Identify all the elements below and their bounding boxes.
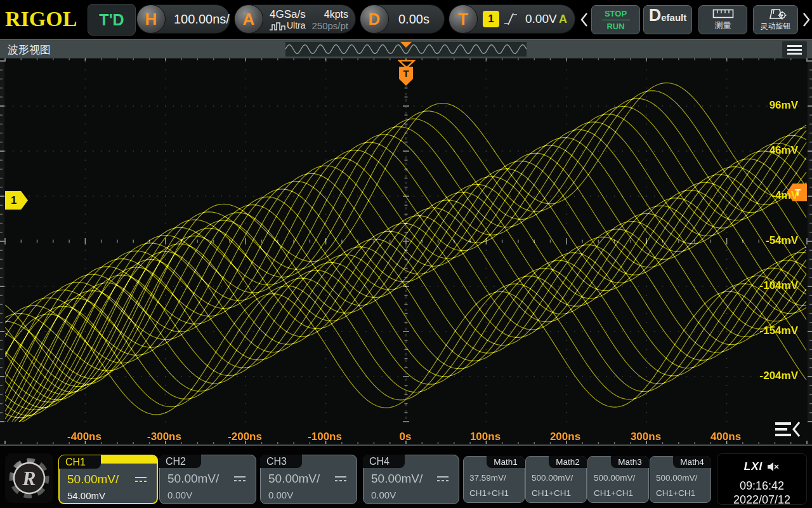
default-label-initial: D [649, 6, 662, 25]
ch4-scale: 50.00mV/ [371, 472, 422, 486]
y-axis-label: -104mV [741, 279, 798, 292]
delay-value: 0.00s [398, 5, 429, 33]
channel-box-ch4[interactable]: CH4 50.00mV/ 0.00V [363, 455, 459, 504]
measure-button[interactable]: 测量 [698, 5, 747, 34]
math4-expression: CH1+CH1 [656, 488, 695, 498]
ch2-coupling-icon [234, 476, 246, 482]
results-collapse-icon[interactable] [775, 421, 802, 440]
stop-run-button[interactable]: STOP RUN [591, 5, 640, 34]
scope-display: T 1 T 96mV 46mV -4mV -54mV -104mV -154mV… [0, 58, 812, 444]
y-axis-label: 96mV [741, 99, 798, 112]
ch1-offset: 54.00mV [67, 490, 105, 501]
math4-tab: Math4 [673, 456, 711, 468]
ch3-scale: 50.00mV/ [268, 472, 320, 486]
y-axis-label: -54mV [741, 234, 798, 247]
delay-knob-button[interactable]: D [360, 4, 389, 34]
acquire-mode-icon [269, 22, 285, 31]
channel-box-ch2[interactable]: CH2 50.00mV/ 0.00V [159, 455, 256, 504]
clock-date: 2022/07/12 [717, 493, 806, 507]
ch3-offset: 0.00V [268, 490, 293, 500]
x-axis-label: 400ns [697, 431, 754, 443]
measure-label: 测量 [715, 20, 731, 31]
stop-label: STOP [605, 9, 627, 18]
math3-tab: Math3 [611, 456, 649, 468]
acquire-mode-label: Ultra [287, 20, 306, 30]
top-toolbar: RIGOL T'D 100.00ns/ H 4GSa/s 4kpts Ultra… [0, 0, 812, 39]
acquisition-knob-button[interactable]: A [234, 4, 263, 34]
sample-rate: 4GSa/s [270, 8, 306, 21]
lxi-logo: LXI [744, 460, 763, 473]
waveform-view-bar: 波形视图 [0, 39, 812, 58]
sample-resolution: 250ps/pt [311, 20, 348, 31]
channel-box-ch1[interactable]: CH1 50.00mV/ 54.00mV [58, 455, 158, 504]
math-box-math2[interactable]: Math2 500.00mV/ CH1+CH1 [525, 456, 587, 503]
rigol-gear-logo[interactable]: R [5, 453, 53, 503]
x-axis-label: -300ns [136, 431, 193, 443]
svg-text:R: R [22, 467, 36, 490]
x-axis-label: -100ns [296, 431, 353, 443]
math2-scale: 500.00mV/ [532, 473, 573, 483]
bottom-bar: R CH1 50.00mV/ 54.00mV CH2 50.00mV/ 0.00… [0, 444, 812, 508]
math2-expression: CH1+CH1 [532, 488, 571, 498]
math3-scale: 500.00mV/ [594, 473, 635, 483]
math2-tab: Math2 [549, 456, 587, 468]
menu-icon[interactable] [782, 41, 807, 58]
trigger-status-badge: T'D [88, 4, 136, 36]
toolbar-scroll-left-icon[interactable] [580, 12, 589, 27]
flex-knob-label: 灵动旋钮 [761, 21, 791, 32]
math3-expression: CH1+CH1 [594, 488, 633, 498]
horizontal-scale-value: 100.00ns/ [174, 5, 230, 33]
x-axis-label: -400ns [56, 431, 113, 443]
trigger-knob-button[interactable]: T [449, 4, 478, 34]
ch1-scale: 50.00mV/ [67, 472, 119, 486]
stop-run-divider [602, 20, 630, 20]
trigger-edge-icon [503, 12, 518, 26]
default-button[interactable]: Default [643, 5, 692, 34]
x-axis-label: 300ns [617, 431, 674, 443]
ch1-coupling-icon [135, 477, 147, 483]
default-label-rest: efault [661, 12, 686, 23]
trigger-source-badge: 1 [483, 11, 499, 27]
run-label: RUN [606, 22, 624, 31]
math-box-math3[interactable]: Math3 500.00mV/ CH1+CH1 [587, 456, 649, 503]
x-axis-label: 200ns [537, 431, 594, 443]
y-axis-label: -204mV [741, 370, 798, 382]
preview-trigger-position-icon[interactable] [400, 42, 412, 48]
clock-time: 09:16:42 [717, 479, 806, 493]
memory-depth: 4kpts [324, 9, 348, 20]
ch2-scale: 50.00mV/ [167, 472, 219, 486]
y-axis-label: -4mV [741, 189, 798, 202]
status-clock-box[interactable]: LXI 09:16:42 2022/07/12 [717, 453, 807, 505]
y-axis-label: -154mV [741, 324, 798, 337]
ruler-icon [712, 9, 734, 18]
speaker-muted-icon [767, 462, 780, 472]
ch4-tab: CH4 [363, 455, 405, 468]
math1-expression: CH1+CH1 [469, 488, 509, 498]
toolbar-scroll-right-icon[interactable] [802, 12, 811, 27]
ch3-tab: CH3 [260, 455, 302, 468]
ch1-active-strip [100, 456, 157, 464]
horizontal-knob-button[interactable]: H [136, 4, 166, 34]
ch2-offset: 0.00V [167, 490, 192, 500]
x-axis-label: -200ns [216, 431, 273, 443]
trigger-level-value: 0.00V [525, 5, 557, 33]
x-axis-label: 0s [377, 431, 434, 443]
math1-scale: 37.59mV/ [469, 473, 506, 483]
math1-tab: Math1 [487, 456, 525, 468]
x-axis-label: 100ns [457, 431, 514, 443]
waveform-canvas[interactable] [0, 58, 812, 444]
math4-scale: 500.00mV/ [656, 473, 697, 483]
flex-knob-button[interactable]: 灵动旋钮 [753, 5, 798, 34]
trigger-sweep-mode: A [559, 5, 567, 33]
oscilloscope-screen: RIGOL T'D 100.00ns/ H 4GSa/s 4kpts Ultra… [0, 0, 812, 508]
rigol-logo: RIGOL [5, 7, 77, 31]
math-box-math4[interactable]: Math4 500.00mV/ CH1+CH1 [650, 456, 711, 503]
y-axis-label: 46mV [741, 144, 798, 157]
ch1-tab: CH1 [59, 455, 101, 469]
ch2-tab: CH2 [159, 455, 201, 468]
ch4-coupling-icon [437, 476, 449, 482]
ch4-offset: 0.00V [371, 490, 396, 500]
view-title: 波形视图 [8, 43, 51, 57]
channel-box-ch3[interactable]: CH3 50.00mV/ 0.00V [260, 455, 357, 504]
math-box-math1[interactable]: Math1 37.59mV/ CH1+CH1 [463, 456, 525, 503]
